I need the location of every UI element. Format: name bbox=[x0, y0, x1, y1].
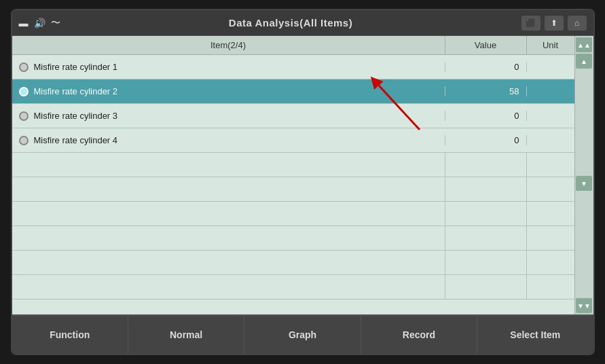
scroll-top-button[interactable]: ▲▲ bbox=[576, 37, 592, 52]
row-label: Misfire rate cylinder 1 bbox=[34, 62, 118, 72]
row-radio bbox=[19, 62, 29, 72]
row-value: 58 bbox=[445, 86, 527, 96]
device-frame: ▬ 🔊 〜 Data Analysis(All Items) ⬛ ⬆ ⌂ Ite… bbox=[11, 9, 595, 355]
row-item: Misfire rate cylinder 1 bbox=[12, 62, 445, 72]
row-radio bbox=[19, 111, 29, 121]
table-header: Item(2/4) Value Unit bbox=[12, 36, 574, 55]
graph-button[interactable]: Graph bbox=[244, 316, 361, 354]
row-radio bbox=[19, 136, 29, 145]
row-value: 0 bbox=[445, 111, 527, 121]
table-area: Item(2/4) Value Unit Misfire rate cylind… bbox=[12, 36, 574, 314]
column-unit-header: Unit bbox=[527, 36, 574, 54]
row-item: Misfire rate cylinder 2 bbox=[12, 86, 445, 96]
table-row[interactable]: Misfire rate cylinder 4 0 bbox=[12, 128, 574, 153]
function-label: Function bbox=[50, 329, 90, 340]
row-value: 0 bbox=[445, 135, 527, 145]
empty-row bbox=[12, 251, 574, 275]
wifi-icon: 〜 bbox=[51, 17, 60, 29]
empty-row bbox=[12, 177, 574, 202]
battery-icon: ▬ bbox=[19, 18, 29, 29]
row-radio bbox=[19, 87, 29, 96]
status-icons: ▬ 🔊 〜 bbox=[19, 17, 60, 29]
column-value-header: Value bbox=[445, 36, 527, 54]
normal-button[interactable]: Normal bbox=[128, 316, 244, 354]
home-icon[interactable]: ⌂ bbox=[568, 16, 587, 31]
record-button[interactable]: Record bbox=[361, 316, 477, 354]
normal-label: Normal bbox=[170, 329, 202, 340]
scroll-down-button[interactable]: ▼ bbox=[576, 176, 592, 191]
top-right-icons: ⬛ ⬆ ⌂ bbox=[521, 16, 587, 31]
empty-row bbox=[12, 202, 574, 226]
graph-label: Graph bbox=[289, 329, 316, 340]
bottom-toolbar: Function Normal Graph Record Select Item bbox=[12, 314, 593, 354]
select-item-button[interactable]: Select Item bbox=[477, 316, 593, 354]
column-item-header: Item(2/4) bbox=[12, 36, 445, 54]
row-item: Misfire rate cylinder 3 bbox=[12, 111, 445, 121]
scrollbar: ▲▲ ▲ ▼ ▼▼ bbox=[574, 36, 593, 314]
row-label: Misfire rate cylinder 3 bbox=[34, 111, 118, 121]
table-row[interactable]: Misfire rate cylinder 1 0 bbox=[12, 55, 574, 79]
row-label: Misfire rate cylinder 4 bbox=[34, 135, 118, 145]
main-content: Item(2/4) Value Unit Misfire rate cylind… bbox=[12, 36, 593, 314]
row-item: Misfire rate cylinder 4 bbox=[12, 135, 445, 145]
empty-row bbox=[12, 153, 574, 177]
volume-icon: 🔊 bbox=[34, 18, 45, 29]
screenshot-icon[interactable]: ⬛ bbox=[521, 16, 540, 31]
record-label: Record bbox=[403, 329, 435, 340]
table-body: Misfire rate cylinder 1 0 Misfire rate c… bbox=[12, 55, 574, 314]
empty-row bbox=[12, 226, 574, 251]
select-item-label: Select Item bbox=[510, 329, 560, 340]
top-bar: ▬ 🔊 〜 Data Analysis(All Items) ⬛ ⬆ ⌂ bbox=[12, 10, 593, 36]
table-row[interactable]: Misfire rate cylinder 2 58 bbox=[12, 79, 574, 104]
page-title: Data Analysis(All Items) bbox=[229, 17, 352, 29]
row-value: 0 bbox=[445, 62, 527, 72]
function-button[interactable]: Function bbox=[12, 316, 128, 354]
upload-icon[interactable]: ⬆ bbox=[545, 16, 564, 31]
row-label: Misfire rate cylinder 2 bbox=[34, 86, 118, 96]
scroll-bottom-button[interactable]: ▼▼ bbox=[576, 298, 592, 313]
table-row[interactable]: Misfire rate cylinder 3 0 bbox=[12, 104, 574, 128]
empty-row bbox=[12, 275, 574, 299]
scroll-up-button[interactable]: ▲ bbox=[576, 54, 592, 69]
